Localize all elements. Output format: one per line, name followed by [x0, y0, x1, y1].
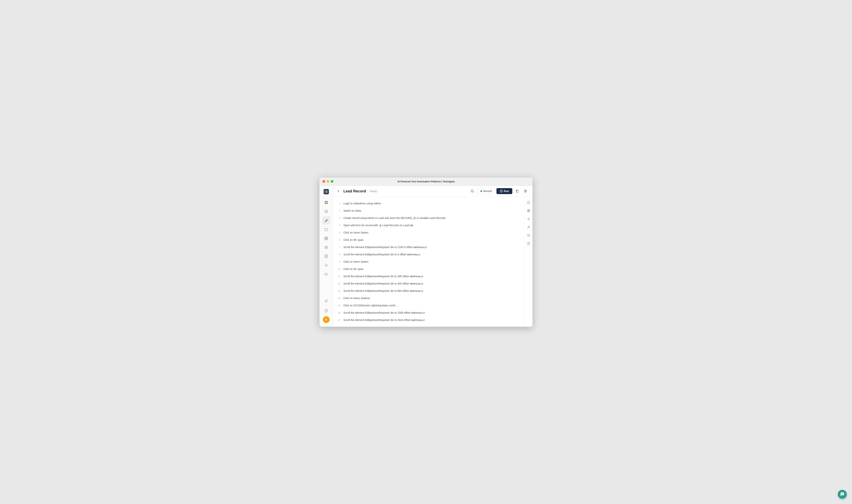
step-teal-value[interactable]: Mr::span: [354, 238, 364, 241]
sidebar-item-grid[interactable]: [322, 198, 330, 206]
step-blue-value[interactable]: 443: [398, 282, 402, 285]
step-keyword-value[interactable]: VERTICALLY: [407, 253, 420, 256]
run-button[interactable]: Run: [496, 188, 512, 194]
gear-icon[interactable]: [526, 216, 531, 221]
step-blue-value[interactable]: Lead: [403, 224, 409, 227]
step-teal-value[interactable]: None::button: [354, 231, 368, 234]
step-teal-value[interactable]: EditjacksonRequired::div: [365, 319, 394, 322]
sidebar-nav: [322, 198, 330, 297]
step-blue-value[interactable]: 864: [398, 289, 402, 292]
step-teal-value[interactable]: EditjacksonRequired::div: [365, 289, 394, 292]
main-content: Lead Record Ready Record: [333, 186, 532, 327]
run-label: Run: [504, 190, 509, 193]
step-number: 11: [338, 275, 343, 278]
app-body: R Lead Record Ready: [320, 186, 532, 327]
sidebar-item-folders[interactable]: [322, 225, 330, 234]
table-row: 15Click on GC1000series::lightning-base-…: [338, 302, 520, 309]
step-content: Create record using Admin in Lead and st…: [343, 216, 520, 220]
info-icon[interactable]: [526, 200, 531, 205]
question-icon[interactable]: [526, 241, 531, 246]
profile-icon[interactable]: [526, 224, 531, 230]
svg-rect-11: [326, 238, 328, 240]
back-button[interactable]: [336, 188, 341, 194]
step-number: 13: [338, 289, 343, 293]
step-blue-value[interactable]: Lead Records: [429, 216, 446, 219]
sidebar-item-cloud[interactable]: [322, 270, 330, 278]
step-blue-value[interactable]: Lead: [378, 216, 384, 219]
sidebar-item-help[interactable]: [322, 307, 330, 315]
step-purple-value[interactable]: Lead Records: [382, 224, 399, 227]
svg-rect-25: [525, 190, 526, 193]
step-teal-value[interactable]: EditjacksonRequired::div: [365, 253, 394, 256]
step-content: Scroll the element EditjacksonRequired::…: [343, 282, 520, 286]
history-icon[interactable]: [526, 233, 531, 238]
close-button[interactable]: [323, 180, 325, 183]
step-keyword-value[interactable]: VERTICALLY: [411, 312, 425, 314]
step-teal-value[interactable]: EditjacksonRequired::div: [365, 282, 394, 285]
record-label: Record: [483, 190, 492, 193]
svg-point-34: [528, 218, 529, 219]
svg-point-7: [326, 211, 326, 212]
sidebar-item-components[interactable]: [322, 234, 330, 242]
table-row: 1Login to Salesforce using Admin: [338, 200, 520, 207]
step-content: Click on Mr::span: [343, 238, 520, 242]
step-blue-value[interactable]: 1824: [398, 319, 403, 322]
step-number: 12: [338, 282, 343, 286]
step-content: Scroll the element EditjacksonRequired::…: [343, 318, 520, 322]
step-teal-value[interactable]: EditjacksonRequired::div: [365, 311, 394, 314]
svg-rect-8: [325, 237, 326, 238]
top-bar-actions: Record Run: [469, 188, 529, 195]
table-row: 12Scroll the element EditjacksonRequired…: [338, 280, 520, 287]
step-keyword-value[interactable]: VERTICALLY: [410, 290, 423, 292]
sidebar-item-settings[interactable]: [322, 261, 330, 269]
chat-fab[interactable]: [838, 490, 847, 499]
minimize-button[interactable]: [327, 180, 329, 183]
step-content: Switch to Sales: [343, 209, 520, 213]
step-blue-value[interactable]: 1509: [398, 311, 403, 314]
traffic-lights: [323, 180, 333, 183]
record-button[interactable]: Record: [477, 188, 495, 194]
step-blue-value[interactable]: 2163.5: [398, 246, 406, 249]
step-number: 14: [338, 296, 343, 300]
copy-button[interactable]: [514, 188, 521, 195]
target-icon[interactable]: [526, 208, 531, 213]
sidebar-item-test-cases[interactable]: [322, 216, 330, 224]
sidebar-item-reports[interactable]: [322, 252, 330, 260]
svg-point-20: [471, 190, 473, 192]
step-teal-value[interactable]: EditjacksonRequired::div: [365, 275, 394, 278]
step-blue-value[interactable]: Admin: [374, 202, 381, 205]
table-row: 7Scroll the element EditjacksonRequired:…: [338, 244, 520, 251]
table-row: 2Switch to Sales: [338, 207, 520, 214]
top-bar: Lead Record Ready Record: [333, 186, 532, 197]
step-blue-value[interactable]: 0: [398, 253, 399, 256]
step-number: 5: [338, 231, 343, 235]
sidebar-item-dashboard[interactable]: [322, 208, 330, 216]
sidebar-item-refresh[interactable]: [322, 297, 330, 305]
step-content: Scroll the element EditjacksonRequired::…: [343, 253, 520, 256]
step-keyword-value[interactable]: VERTICALLY: [410, 283, 423, 285]
step-keyword-value[interactable]: VERTICALLY: [411, 319, 425, 321]
sidebar-item-runs[interactable]: [322, 243, 330, 251]
step-content: Open edit form for record with $Lead Rec…: [343, 223, 520, 227]
step-blue-value[interactable]: Sales: [355, 209, 361, 212]
avatar[interactable]: R: [323, 316, 330, 323]
step-teal-value[interactable]: None::button: [354, 260, 368, 263]
step-number: 10: [338, 267, 343, 271]
step-number: 4: [338, 223, 343, 227]
step-number: 16: [338, 311, 343, 315]
step-keyword-value[interactable]: VERTICALLY: [413, 246, 427, 249]
step-teal-value[interactable]: None::button4: [354, 296, 370, 300]
step-content: Scroll the element EditjacksonRequired::…: [343, 289, 520, 293]
maximize-button[interactable]: [331, 180, 333, 183]
step-teal-value[interactable]: GC1000series::lightning-base-comb...: [354, 304, 397, 307]
step-teal-value[interactable]: Mr::span: [354, 268, 364, 270]
step-number: 3: [338, 216, 343, 220]
search-button[interactable]: [469, 188, 476, 195]
step-keyword-value[interactable]: VERTICALLY: [410, 275, 423, 277]
step-blue-value[interactable]: Admin: [367, 216, 375, 219]
step-blue-value[interactable]: 295: [398, 275, 402, 278]
delete-button[interactable]: [522, 188, 529, 195]
step-content: Click on None::button: [343, 231, 520, 235]
status-badge: Ready: [368, 189, 379, 193]
step-teal-value[interactable]: EditjacksonRequired::div: [365, 246, 394, 249]
